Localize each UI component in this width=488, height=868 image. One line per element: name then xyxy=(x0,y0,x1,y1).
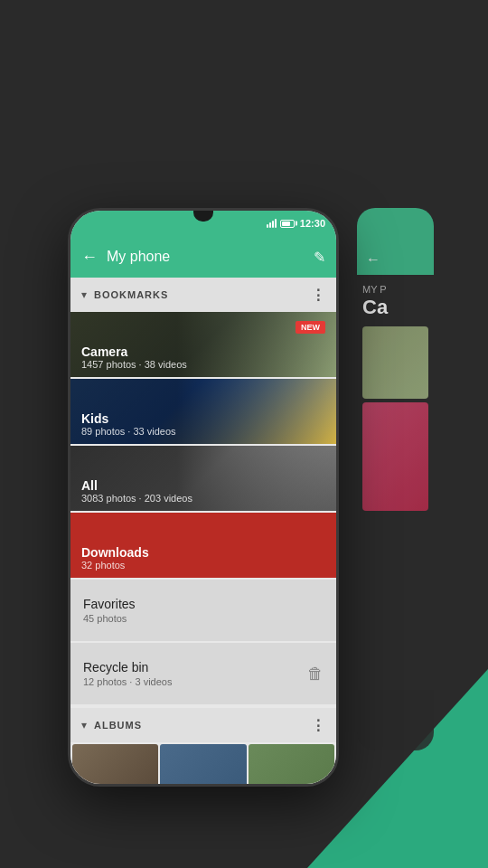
downloads-count: 32 photos xyxy=(81,560,149,571)
delete-icon[interactable]: 🗑 xyxy=(307,665,324,684)
time-display: 12:30 xyxy=(300,218,325,229)
albums-more-button[interactable]: ⋮ xyxy=(311,717,325,734)
albums-label: ALBUMS xyxy=(94,720,304,731)
notch xyxy=(193,211,213,222)
downloads-name: Downloads xyxy=(81,545,149,560)
bookmarks-section-header: ▾ BOOKMARKS ⋮ xyxy=(70,278,336,312)
recycle-name: Recycle bin xyxy=(83,660,307,675)
all-info: All 3083 photos · 203 videos xyxy=(70,471,203,511)
side-peek-screen: ← MY P Ca xyxy=(357,208,434,750)
bookmarks-chevron: ▾ xyxy=(81,288,87,301)
back-button[interactable]: ← xyxy=(81,248,98,267)
list-item-favorites[interactable]: Favorites 45 photos xyxy=(70,580,336,641)
album-thumb-3[interactable] xyxy=(249,744,334,784)
edit-button[interactable]: ✎ xyxy=(314,249,325,266)
album-thumb-2[interactable] xyxy=(160,744,246,784)
album-all[interactable]: All 3083 photos · 203 videos xyxy=(70,446,336,511)
list-item-recycle-bin[interactable]: Recycle bin 12 photos · 3 videos 🗑 xyxy=(70,643,336,704)
album-downloads[interactable]: Downloads 32 photos xyxy=(70,513,336,578)
signal-icon xyxy=(267,219,277,228)
favorites-info: Favorites 45 photos xyxy=(83,597,324,624)
all-name: All xyxy=(81,478,192,493)
recycle-info: Recycle bin 12 photos · 3 videos xyxy=(83,660,307,687)
side-thumb-2 xyxy=(362,402,428,511)
recycle-count: 12 photos · 3 videos xyxy=(83,676,307,687)
album-kids[interactable]: Kids 89 photos · 33 videos xyxy=(70,379,336,444)
camera-info: Camera 1457 photos · 38 videos xyxy=(70,337,198,377)
album-camera[interactable]: Camera 1457 photos · 38 videos NEW xyxy=(70,312,336,377)
bookmarks-label: BOOKMARKS xyxy=(94,289,304,300)
albums-chevron: ▾ xyxy=(81,719,87,731)
status-icons: 12:30 xyxy=(267,218,325,229)
kids-name: Kids xyxy=(81,411,176,426)
all-count: 3083 photos · 203 videos xyxy=(81,493,192,504)
toolbar: ← My phone ✎ xyxy=(70,236,336,278)
kids-info: Kids 89 photos · 33 videos xyxy=(70,404,187,444)
side-peek-back: ← xyxy=(366,251,380,268)
camera-count: 1457 photos · 38 videos xyxy=(81,359,187,370)
kids-count: 89 photos · 33 videos xyxy=(81,426,176,437)
favorites-name: Favorites xyxy=(83,597,324,611)
phone-shell: 12:30 ← My phone ✎ ▾ BOOKMARKS ⋮ xyxy=(68,208,339,787)
phone-mockup: 12:30 ← My phone ✎ ▾ BOOKMARKS ⋮ xyxy=(68,208,339,841)
camera-name: Camera xyxy=(81,344,187,359)
favorites-count: 45 photos xyxy=(83,613,324,624)
bookmarks-more-button[interactable]: ⋮ xyxy=(311,287,325,304)
toolbar-title: My phone xyxy=(107,249,305,265)
album-thumb-1[interactable] xyxy=(72,744,158,784)
albums-strip xyxy=(70,742,336,784)
status-bar: 12:30 xyxy=(70,211,336,236)
battery-icon xyxy=(280,220,295,228)
side-thumb-1 xyxy=(362,326,428,399)
albums-section-header: ▾ ALBUMS ⋮ xyxy=(70,708,336,742)
new-badge: NEW xyxy=(296,321,325,334)
content-area: ▾ BOOKMARKS ⋮ Camera 1457 photos · 38 vi… xyxy=(70,278,336,784)
downloads-info: Downloads 32 photos xyxy=(70,538,160,578)
phone-screen: 12:30 ← My phone ✎ ▾ BOOKMARKS ⋮ xyxy=(70,211,336,784)
side-peek-label: MY P Ca xyxy=(357,275,434,326)
